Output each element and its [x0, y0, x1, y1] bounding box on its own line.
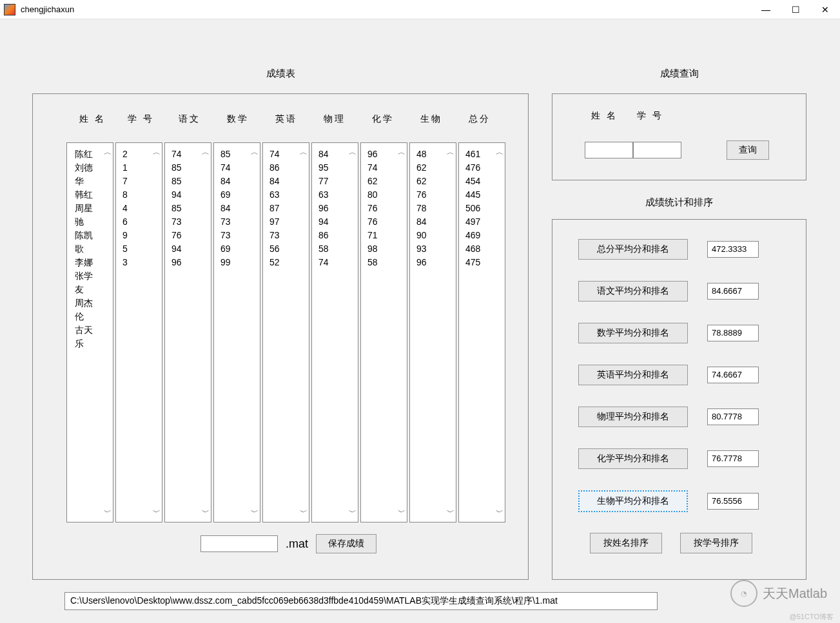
table-headers: 姓 名 学 号 语文 数学 英语 物理 化学 生物 总分: [68, 113, 503, 125]
list-physics[interactable]: 84 95 77 63 96 94 86 58 74︿﹀: [311, 142, 358, 522]
col-header-chinese: 语文: [165, 113, 213, 125]
scroll-down-icon[interactable]: ﹀: [251, 507, 259, 518]
list-name[interactable]: 陈红 刘德 华 韩红 周星 驰 陈凯 歌 李娜 张学 友 周杰 伦 古天 乐︿﹀: [66, 142, 113, 522]
scroll-up-icon[interactable]: ︿: [202, 147, 210, 158]
stats-title: 成绩统计和排序: [552, 196, 806, 209]
scroll-down-icon[interactable]: ﹀: [349, 507, 357, 518]
mat-ext-label: .mat: [286, 537, 308, 551]
scroll-down-icon[interactable]: ﹀: [202, 507, 210, 518]
query-id-input[interactable]: [633, 142, 681, 158]
scroll-up-icon[interactable]: ︿: [153, 147, 161, 158]
stat-math-value: 78.8889: [707, 325, 759, 341]
scroll-down-icon[interactable]: ﹀: [398, 507, 405, 518]
col-header-biology: 生物: [407, 113, 455, 125]
scroll-up-icon[interactable]: ︿: [104, 147, 112, 158]
sort-by-name-button[interactable]: 按姓名排序: [590, 533, 662, 553]
stat-math-button[interactable]: 数学平均分和排名: [578, 323, 688, 343]
stat-total-value: 472.3333: [707, 241, 759, 258]
save-button[interactable]: 保存成绩: [316, 534, 376, 553]
sort-by-id-button[interactable]: 按学号排序: [680, 533, 752, 553]
scroll-down-icon[interactable]: ﹀: [447, 507, 454, 518]
query-id-label: 学 号: [637, 110, 663, 122]
scroll-up-icon[interactable]: ︿: [447, 147, 454, 158]
list-chinese[interactable]: 74 85 85 94 85 73 76 94 96︿﹀: [164, 142, 211, 522]
stat-chemistry-value: 76.7778: [707, 450, 759, 467]
stat-chinese-button[interactable]: 语文平均分和排名: [578, 281, 688, 302]
matlab-icon: [4, 4, 15, 15]
wechat-icon: ◔: [730, 580, 757, 607]
score-table-title: 成绩表: [32, 68, 529, 80]
stat-english-button[interactable]: 英语平均分和排名: [578, 365, 688, 385]
stat-biology-value: 76.5556: [707, 493, 759, 510]
list-biology[interactable]: 48 62 62 76 78 84 90 93 96︿﹀: [409, 142, 456, 522]
stat-physics-button[interactable]: 物理平均分和排名: [578, 407, 688, 427]
close-button[interactable]: ✕: [810, 0, 840, 19]
scroll-up-icon[interactable]: ︿: [398, 147, 405, 158]
stat-physics-value: 80.7778: [707, 408, 759, 425]
save-row: .mat 保存成绩: [200, 534, 376, 553]
col-header-name: 姓 名: [68, 113, 117, 125]
query-frame: 姓 名 学 号 查询: [552, 93, 806, 180]
col-header-total: 总分: [455, 113, 503, 125]
scroll-down-icon[interactable]: ﹀: [300, 507, 308, 518]
list-math[interactable]: 85 74 84 69 84 73 73 69 99︿﹀: [213, 142, 260, 522]
query-button[interactable]: 查询: [727, 140, 769, 160]
stats-frame: 总分平均分和排名472.3333 语文平均分和排名84.6667 数学平均分和排…: [552, 219, 806, 580]
filename-input[interactable]: [200, 535, 278, 552]
watermark-text: 天天Matlab: [763, 585, 827, 602]
minimize-button[interactable]: —: [751, 0, 781, 19]
app-window: chengjichaxun — ☐ ✕ 成绩表 姓 名 学 号 语文 数学 英语…: [0, 0, 840, 623]
scroll-down-icon[interactable]: ﹀: [104, 507, 112, 518]
stat-total-button[interactable]: 总分平均分和排名: [578, 239, 688, 260]
list-id[interactable]: 2 1 7 8 4 6 9 5 3︿﹀: [115, 142, 162, 522]
scroll-down-icon[interactable]: ﹀: [153, 507, 161, 518]
col-header-physics: 物理: [310, 113, 358, 125]
stat-chinese-value: 84.6667: [707, 283, 759, 300]
listboxes: 陈红 刘德 华 韩红 周星 驰 陈凯 歌 李娜 张学 友 周杰 伦 古天 乐︿﹀…: [66, 142, 505, 522]
scroll-up-icon[interactable]: ︿: [300, 147, 308, 158]
score-table-frame: 姓 名 学 号 语文 数学 英语 物理 化学 生物 总分 陈红 刘德 华 韩红 …: [32, 93, 529, 580]
file-path-box[interactable]: [64, 592, 658, 610]
watermark-small: @51CTO博客: [790, 612, 834, 622]
scroll-up-icon[interactable]: ︿: [496, 147, 503, 158]
watermark: ◔ 天天Matlab: [730, 580, 827, 607]
list-english[interactable]: 74 86 84 63 87 97 73 56 52︿﹀: [262, 142, 309, 522]
col-header-id: 学 号: [117, 113, 165, 125]
stat-english-value: 74.6667: [707, 367, 759, 383]
list-chemistry[interactable]: 96 74 62 80 76 76 71 98 58︿﹀: [360, 142, 407, 522]
window-title: chengjichaxun: [21, 5, 74, 14]
query-name-label: 姓 名: [591, 110, 618, 122]
col-header-math: 数学: [213, 113, 262, 125]
list-total[interactable]: 461 476 454 445 506 497 469 468 475︿﹀: [458, 142, 505, 522]
query-name-input[interactable]: [585, 142, 633, 158]
stat-biology-button[interactable]: 生物平均分和排名: [578, 490, 688, 512]
scroll-up-icon[interactable]: ︿: [349, 147, 357, 158]
maximize-button[interactable]: ☐: [781, 0, 810, 19]
col-header-chemistry: 化学: [358, 113, 407, 125]
stat-chemistry-button[interactable]: 化学平均分和排名: [578, 448, 688, 469]
titlebar: chengjichaxun — ☐ ✕: [0, 0, 840, 19]
scroll-up-icon[interactable]: ︿: [251, 147, 259, 158]
query-title: 成绩查询: [552, 68, 806, 80]
client-area: 成绩表 姓 名 学 号 语文 数学 英语 物理 化学 生物 总分 陈红 刘德 华…: [0, 19, 840, 623]
scroll-down-icon[interactable]: ﹀: [496, 507, 503, 518]
col-header-english: 英语: [262, 113, 310, 125]
